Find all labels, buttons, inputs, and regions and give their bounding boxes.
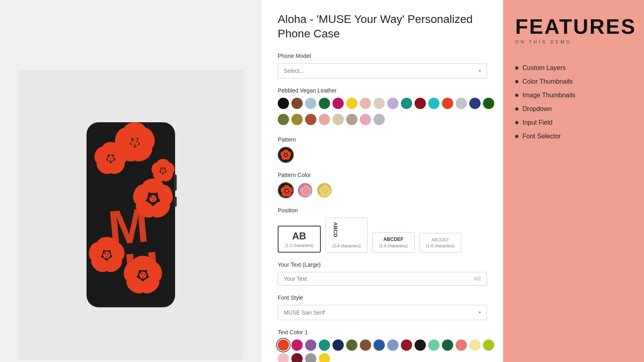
leather-swatch-rose[interactable] [360, 114, 371, 125]
font-style-section: Font Style MUSE San Serif ▾ [278, 294, 487, 320]
feature-item-label: Font Selector [522, 133, 561, 140]
tc1-swatch-dark-maroon[interactable] [291, 353, 303, 362]
leather-swatch-lavender[interactable] [387, 98, 398, 109]
leather-swatch-brown[interactable] [291, 98, 303, 109]
feature-item-label: Input Field [522, 119, 553, 126]
leather-row-1 [278, 114, 385, 125]
leather-section: Pebbled Vegan Leather [278, 87, 487, 128]
svg-point-73 [285, 189, 288, 193]
leather-swatch-light-blue[interactable] [305, 98, 316, 109]
your-text-label: Your Text (Large) [278, 261, 487, 268]
svg-point-80 [304, 189, 308, 193]
svg-point-36 [106, 256, 107, 258]
leather-swatch-silver[interactable] [456, 98, 467, 109]
position-ab-button[interactable]: AB (1-2 characters) [278, 226, 321, 253]
text-color-1-label: Text Color 1 [278, 329, 487, 335]
leather-swatch-turquoise[interactable] [428, 98, 440, 109]
tc1-swatch-navy[interactable] [332, 339, 344, 351]
leather-swatch-taupe[interactable] [346, 114, 357, 125]
tc1-swatch-blue[interactable] [374, 339, 385, 351]
your-text-char-count: 0/2 [474, 276, 481, 282]
tc1-swatch-grey[interactable] [305, 353, 316, 362]
your-text-input[interactable] [284, 276, 474, 282]
leather-swatch-cream[interactable] [374, 98, 385, 109]
pattern-color-section: Pattern Color [278, 172, 487, 198]
tc1-swatch-dark-red[interactable] [401, 339, 412, 351]
leather-swatch-beige[interactable] [332, 114, 344, 125]
feature-item-label: Color Thumbnails [522, 78, 573, 85]
pattern-section: Pattern [278, 136, 487, 163]
phone-model-chevron-icon: ▾ [479, 68, 481, 74]
tc1-swatch-magenta[interactable] [291, 339, 303, 351]
svg-point-66 [286, 154, 287, 155]
svg-point-64 [284, 153, 287, 156]
svg-point-8 [136, 140, 138, 142]
leather-swatch-dark-red[interactable] [415, 98, 426, 109]
font-style-selected: MUSE San Serif [284, 309, 325, 316]
tc1-swatch-cream-yellow[interactable] [469, 339, 481, 351]
leather-swatch-navy[interactable] [469, 98, 481, 109]
text-color-1-section: Text Color 1 [278, 329, 487, 362]
leather-swatch-dark-green[interactable] [319, 98, 330, 109]
leather-swatch-rust[interactable] [305, 114, 316, 125]
tc1-swatch-light-pink[interactable] [278, 353, 289, 362]
svg-point-26 [154, 197, 155, 199]
phone-model-dropdown[interactable]: Select... ▾ [278, 63, 487, 78]
leather-swatch-yellow[interactable] [346, 98, 357, 109]
font-style-dropdown[interactable]: MUSE San Serif ▾ [278, 305, 487, 320]
leather-swatch-blush[interactable] [319, 114, 330, 125]
feature-item-image-thumbnails: Image Thumbnails [515, 92, 632, 99]
tc1-swatch-mint[interactable] [428, 339, 440, 351]
tc1-swatch-orange[interactable] [278, 339, 289, 351]
svg-point-87 [324, 189, 327, 193]
svg-rect-56 [174, 175, 177, 191]
tc1-swatch-forest[interactable] [442, 339, 453, 351]
tc1-swatch-lime[interactable] [483, 339, 494, 351]
leather-swatch-grey[interactable] [374, 114, 385, 125]
your-text-section: Your Text (Large) 0/2 [278, 261, 487, 286]
leather-swatch-light-pink[interactable] [360, 98, 371, 109]
feature-item-label: Custom Layers [522, 64, 566, 72]
svg-point-52 [162, 169, 163, 170]
pattern-color-pink[interactable] [297, 182, 313, 198]
position-abcd-button[interactable]: ABCD (3-4 characters) [326, 218, 368, 253]
features-panel: FEATURES on this demo: Custom Layers Col… [503, 0, 644, 362]
feature-bullet-icon [515, 107, 518, 111]
tc1-swatch-yellow[interactable] [319, 353, 330, 362]
pattern-color-gold[interactable] [316, 182, 332, 198]
leather-color-swatches [278, 98, 487, 128]
font-style-label: Font Style [278, 294, 487, 301]
position-abcdef-medium-button[interactable]: ABCDEF (1-6 characters) [372, 232, 415, 253]
leather-swatch-pink-magenta[interactable] [332, 98, 344, 109]
feature-item-label: Dropdown [522, 105, 552, 113]
position-section: Position AB (1-2 characters) ABCD (3-4 c… [278, 207, 487, 253]
pattern-floral-swatch[interactable] [278, 147, 294, 163]
position-label: Position [278, 207, 487, 214]
svg-rect-57 [174, 197, 177, 207]
position-abcdef-medium-text: ABCDEF [379, 237, 408, 242]
tc1-swatch-periwinkle[interactable] [387, 339, 398, 351]
leather-swatch-black[interactable] [278, 98, 289, 109]
leather-swatch-teal[interactable] [401, 98, 412, 109]
tc1-swatch-brown[interactable] [360, 339, 371, 351]
leather-swatch-forest-green[interactable] [483, 98, 494, 109]
tc1-row-2 [278, 353, 487, 362]
tc1-swatch-purple[interactable] [305, 339, 316, 351]
position-abcdef-small-button[interactable]: ABCDEF (1-6 characters) [419, 233, 462, 253]
svg-point-35 [107, 253, 109, 255]
tc1-swatch-teal[interactable] [319, 339, 330, 351]
leather-swatch-olive[interactable] [278, 114, 289, 125]
feature-bullet-icon [515, 66, 518, 70]
feature-item-input-field: Input Field [515, 119, 632, 126]
pattern-color-red-black[interactable] [278, 182, 294, 198]
tc1-swatch-black[interactable] [415, 339, 426, 351]
leather-swatch-orange[interactable] [442, 98, 453, 109]
tc1-row-1 [278, 339, 487, 351]
phone-model-selected: Select... [284, 68, 304, 74]
position-abcdef-small-label: (1-6 characters) [426, 244, 455, 248]
svg-point-25 [151, 196, 153, 198]
feature-bullet-icon [515, 80, 518, 83]
tc1-swatch-salmon[interactable] [456, 339, 467, 351]
tc1-swatch-olive[interactable] [346, 339, 357, 351]
leather-swatch-gold[interactable] [291, 114, 303, 125]
